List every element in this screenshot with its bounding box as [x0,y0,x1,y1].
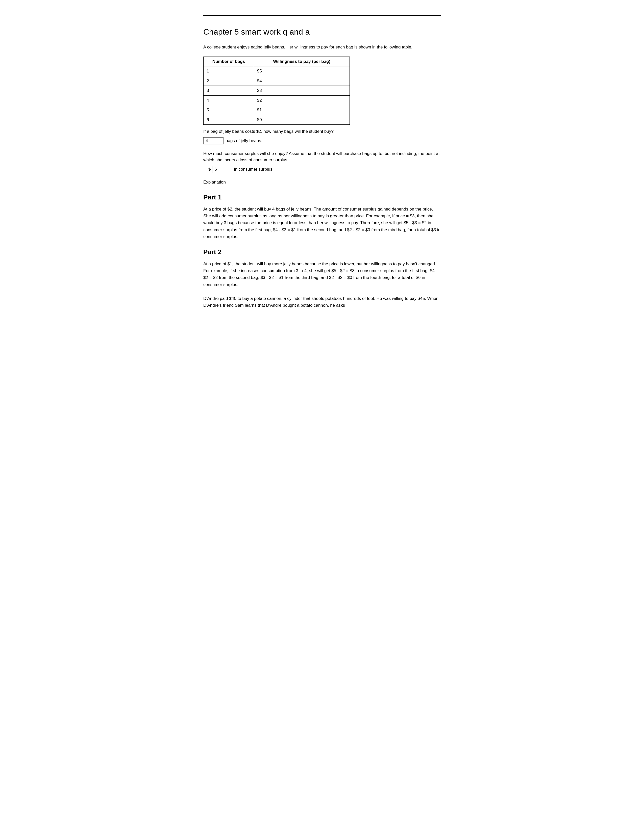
top-divider [203,15,441,16]
table-row: 4$2 [204,95,350,105]
table-cell-bags: 1 [204,66,254,76]
table-row: 2$4 [204,76,350,86]
willingness-table: Number of bags Willingness to pay (per b… [203,56,350,125]
table-header-willingness: Willingness to pay (per bag) [254,56,349,66]
table-cell-bags: 6 [204,115,254,125]
part2-text: At a price of $1, the student will buy m… [203,261,441,288]
consumer-surplus-input[interactable] [212,166,232,173]
bags-suffix: bags of jelly beans. [225,138,262,144]
table-cell-bags: 5 [204,105,254,115]
table-cell-bags: 3 [204,86,254,96]
part2-heading: Part 2 [203,247,441,257]
explanation-label: Explanation [203,179,441,185]
table-row: 3$3 [204,86,350,96]
table-cell-willingness: $1 [254,105,349,115]
part1-heading: Part 1 [203,192,441,202]
page-title: Chapter 5 smart work q and a [203,26,441,38]
dollar-prefix: $ [208,166,211,173]
part1-text: At a price of $2, the student will buy 4… [203,206,441,240]
bags-answer-input[interactable] [203,137,224,145]
question2-text: How much consumer surplus will she enjoy… [203,150,441,163]
table-cell-willingness: $2 [254,95,349,105]
dandre-text: D'Andre paid $40 to buy a potato cannon,… [203,295,441,309]
table-cell-bags: 2 [204,76,254,86]
question1-text: If a bag of jelly beans costs $2, how ma… [203,128,441,135]
table-cell-bags: 4 [204,95,254,105]
answer1-row: bags of jelly beans. [203,137,441,145]
table-row: 1$5 [204,66,350,76]
table-row: 6$0 [204,115,350,125]
consumer-surplus-suffix: in consumer surplus. [234,166,274,173]
table-cell-willingness: $4 [254,76,349,86]
table-header-bags: Number of bags [204,56,254,66]
intro-text: A college student enjoys eating jelly be… [203,44,441,50]
table-cell-willingness: $3 [254,86,349,96]
table-cell-willingness: $5 [254,66,349,76]
answer2-row: $ in consumer surplus. [208,166,441,173]
table-row: 5$1 [204,105,350,115]
table-cell-willingness: $0 [254,115,349,125]
